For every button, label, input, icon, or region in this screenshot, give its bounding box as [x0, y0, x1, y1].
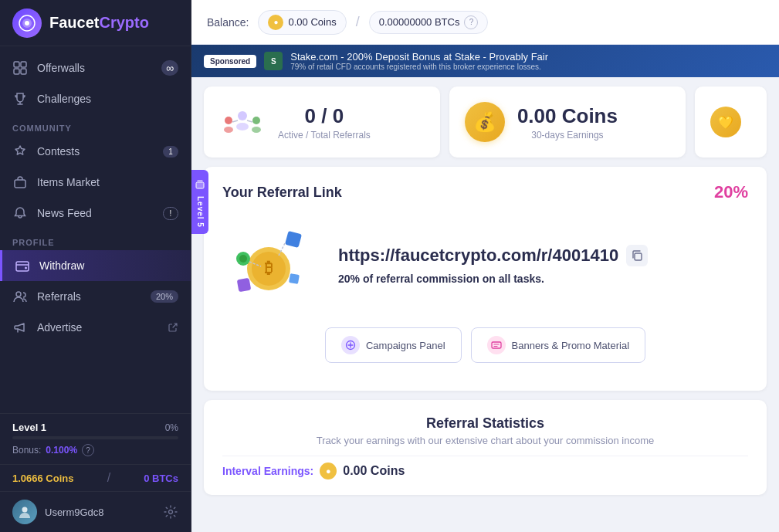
sidebar-item-offerwalls[interactable]: Offerwalls ∞ [0, 53, 191, 83]
coins-value: 1.0666 Coins [12, 473, 74, 484]
third-stat-card: 💛 [695, 86, 767, 158]
referral-illustration: ₿ [222, 215, 323, 315]
referral-statistics-section: Referral Statistics Track your earnings … [204, 400, 767, 495]
svg-rect-8 [16, 262, 29, 271]
brand-name: FaucetCrypto [49, 14, 149, 32]
user-row: Userm9Gdc8 [0, 491, 191, 532]
svg-point-18 [224, 127, 233, 133]
settings-icon[interactable] [163, 504, 178, 520]
sidebar-item-advertise[interactable]: Advertise [0, 312, 191, 343]
level-label: Level 1 [12, 422, 46, 433]
svg-line-21 [232, 120, 238, 122]
svg-rect-32 [289, 273, 300, 284]
stats-row: 0 / 0 Active / Total Referrals 💰 0.00 Co… [191, 77, 779, 167]
btc-info-icon[interactable]: ? [464, 15, 478, 29]
referral-commission-text: 20% of referral commission on all tasks. [338, 273, 748, 285]
svg-rect-3 [14, 62, 19, 67]
btc-balance-value: 0.00000000 BTCs [379, 16, 460, 28]
ref-stats-title: Referral Statistics [222, 415, 748, 432]
referral-url: https://faucetcrypto.com/r/4001410 [338, 246, 618, 266]
referral-card-header: Your Referral Link 20% [222, 182, 748, 202]
referrals-count-value: 0 / 0 [305, 104, 344, 128]
sidebar-item-contests[interactable]: Contests 1 [0, 136, 191, 167]
sidebar-item-label: Items Market [37, 176, 178, 188]
earnings-label: 30-days Earnings [531, 130, 603, 141]
sponsored-banner[interactable]: Sponsored S Stake.com - 200% Deposit Bon… [191, 45, 779, 77]
svg-point-2 [25, 21, 29, 25]
svg-rect-29 [237, 278, 252, 293]
sidebar-item-label: Advertise [37, 321, 158, 334]
referrals-count-info: 0 / 0 Active / Total Referrals [278, 104, 371, 141]
users-icon [12, 289, 28, 304]
earnings-coin-icon: 💰 [465, 102, 505, 142]
nav-badge-offerwalls: ∞ [161, 60, 178, 76]
sidebar-item-referrals[interactable]: Referrals 20% [0, 281, 191, 312]
banners-icon [487, 336, 506, 354]
interval-coin-icon: ● [320, 463, 337, 479]
campaigns-panel-button[interactable]: Campaigns Panel [325, 327, 462, 363]
banner-text: Stake.com - 200% Deposit Bonus at Stake … [290, 51, 548, 63]
svg-rect-7 [15, 180, 25, 188]
coin-balance-widget: ● 0.00 Coins [258, 10, 346, 35]
svg-rect-33 [635, 253, 642, 260]
level-bar-background [12, 436, 178, 439]
svg-rect-13 [196, 182, 204, 188]
referrals-count-card: 0 / 0 Active / Total Referrals [204, 86, 440, 158]
sidebar-item-challenges[interactable]: Challenges [0, 83, 191, 114]
megaphone-icon [12, 320, 28, 335]
svg-point-20 [252, 127, 261, 133]
earnings-info: 0.00 Coins 30-days Earnings [517, 104, 618, 141]
sidebar-item-news-feed[interactable]: News Feed ! [0, 198, 191, 229]
copy-link-icon[interactable] [626, 245, 648, 266]
nav-badge-referrals: 20% [151, 290, 178, 303]
svg-point-19 [252, 117, 260, 124]
referral-content: ₿ [222, 215, 748, 315]
banners-button[interactable]: Banners & Promo Material [471, 327, 645, 363]
avatar [12, 500, 37, 524]
svg-point-15 [238, 111, 247, 120]
bonus-value: 0.100% [46, 445, 77, 456]
sidebar-header: FaucetCrypto [0, 0, 191, 46]
svg-point-28 [239, 255, 247, 263]
coins-separator: / [107, 471, 110, 485]
nav-badge-newsfeed: ! [163, 207, 178, 220]
referral-link-card: Your Referral Link 20% ₿ [204, 167, 767, 391]
svg-rect-26 [285, 231, 302, 248]
sidebar-item-label: Contests [37, 145, 154, 158]
svg-point-12 [169, 510, 173, 514]
bonus-label: Bonus: [12, 445, 41, 456]
coin-balance-value: 0.00 Coins [288, 16, 336, 28]
community-section-label: COMMUNITY [0, 114, 191, 136]
level5-label: Level 5 [194, 196, 206, 228]
sidebar-item-label: News Feed [37, 207, 154, 219]
stake-logo: S [264, 52, 283, 70]
svg-rect-6 [21, 69, 26, 74]
username: Userm9Gdc8 [45, 507, 155, 518]
svg-point-17 [225, 117, 232, 124]
svg-rect-5 [14, 69, 19, 74]
wallet-icon [15, 258, 30, 273]
campaigns-icon [341, 336, 360, 354]
svg-text:₿: ₿ [265, 259, 273, 276]
sidebar-item-withdraw[interactable]: Withdraw [0, 250, 191, 281]
svg-point-9 [25, 267, 27, 269]
btc-balance-widget: 0.00000000 BTCs ? [369, 11, 489, 34]
external-link-icon [168, 322, 178, 333]
btc-value: 0 BTCs [144, 473, 178, 484]
level-percent: 0% [165, 422, 178, 433]
level5-pill[interactable]: Level 5 [191, 170, 208, 234]
earnings-card: 💰 0.00 Coins 30-days Earnings [449, 86, 686, 158]
balance-label: Balance: [207, 16, 249, 29]
logo-icon [12, 8, 42, 38]
main-content: Balance: ● 0.00 Coins / 0.00000000 BTCs … [191, 0, 779, 532]
level-section: Level 1 0% Bonus: 0.100% ? [0, 413, 191, 464]
bonus-info-icon[interactable]: ? [82, 444, 94, 456]
sidebar: FaucetCrypto Offerwalls ∞ [0, 0, 191, 532]
svg-line-22 [247, 120, 252, 122]
sidebar-item-label: Challenges [37, 93, 178, 105]
svg-point-16 [236, 123, 249, 130]
sidebar-item-items-market[interactable]: Items Market [0, 167, 191, 198]
earnings-value: 0.00 Coins [517, 104, 618, 128]
campaigns-button-label: Campaigns Panel [366, 340, 445, 351]
svg-point-10 [16, 292, 21, 296]
